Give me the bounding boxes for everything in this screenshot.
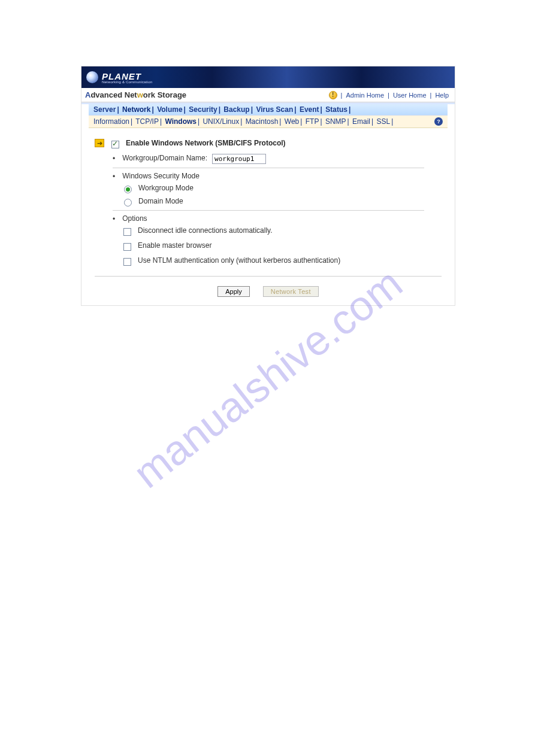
tab-server[interactable]: Server bbox=[93, 105, 116, 114]
subtab-mac[interactable]: Macintosh bbox=[246, 117, 279, 126]
link-user-home[interactable]: User Home bbox=[393, 92, 427, 99]
checkbox-disconnect-idle[interactable] bbox=[123, 228, 131, 236]
subtab-unix[interactable]: UNIX/Linux bbox=[202, 117, 239, 126]
app-window: PLANET Networking & Communication Advanc… bbox=[81, 66, 455, 306]
link-help[interactable]: Help bbox=[435, 92, 449, 99]
workgroup-input[interactable] bbox=[212, 154, 266, 164]
subtab-ssl[interactable]: SSL bbox=[377, 117, 391, 126]
subtab-tcpip[interactable]: TCP/IP bbox=[135, 117, 159, 126]
checkbox-enable-smb[interactable] bbox=[111, 141, 119, 148]
subtab-snmp[interactable]: SNMP bbox=[325, 117, 346, 126]
button-row: Apply Network Test bbox=[95, 286, 442, 297]
globe-icon bbox=[86, 71, 98, 83]
divider bbox=[113, 210, 424, 211]
enable-label: Enable Windows Network (SMB/CIFS Protoco… bbox=[126, 139, 286, 147]
help-icon[interactable]: ? bbox=[434, 117, 443, 126]
opt-master-label: Enable master browser bbox=[138, 241, 211, 250]
options-label: Options bbox=[122, 214, 147, 223]
apply-button[interactable]: Apply bbox=[217, 286, 250, 297]
tab-event[interactable]: Event bbox=[300, 105, 319, 114]
alert-icon[interactable]: ! bbox=[329, 91, 337, 99]
arrow-icon: ➔ bbox=[95, 139, 104, 147]
radio-domain-label: Domain Mode bbox=[138, 197, 183, 205]
tab-status[interactable]: Status bbox=[325, 105, 347, 114]
tabs-secondary: Information| TCP/IP| Windows| UNIX/Linux… bbox=[89, 116, 448, 128]
bullet-icon: • bbox=[113, 172, 117, 180]
subtab-windows[interactable]: Windows bbox=[165, 117, 197, 126]
opt-disconnect-label: Disconnect idle connections automaticall… bbox=[138, 226, 273, 235]
tab-security[interactable]: Security bbox=[189, 105, 217, 114]
security-mode-label: Windows Security Mode bbox=[122, 172, 200, 180]
bullet-icon: • bbox=[113, 154, 117, 162]
bullet-icon: • bbox=[113, 214, 117, 223]
subtab-information[interactable]: Information bbox=[93, 117, 129, 126]
tabs-primary: Server| Network| Volume| Security| Backu… bbox=[89, 104, 448, 116]
opt-ntlm-label: Use NTLM authentication only (without ke… bbox=[138, 256, 340, 265]
title-bar: Advanced Network Storage ! | Admin Home … bbox=[81, 88, 455, 102]
brand-header: PLANET Networking & Communication bbox=[81, 66, 455, 88]
radio-domain-mode[interactable] bbox=[124, 199, 132, 207]
checkbox-master-browser[interactable] bbox=[123, 243, 131, 251]
subtab-web[interactable]: Web bbox=[285, 117, 299, 126]
radio-workgroup-mode[interactable] bbox=[124, 186, 132, 193]
top-links: ! | Admin Home | User Home | Help bbox=[329, 91, 449, 99]
radio-workgroup-label: Workgroup Mode bbox=[138, 184, 194, 192]
tab-volume[interactable]: Volume bbox=[157, 105, 182, 114]
tab-virus[interactable]: Virus Scan bbox=[256, 105, 293, 114]
brand-logo: PLANET Networking & Communication bbox=[86, 71, 152, 84]
checkbox-ntlm-only[interactable] bbox=[123, 258, 131, 266]
divider bbox=[95, 276, 442, 277]
network-test-button: Network Test bbox=[263, 286, 319, 297]
workgroup-label: Workgroup/Domain Name: bbox=[122, 154, 207, 162]
main-panel: Server| Network| Volume| Security| Backu… bbox=[81, 104, 455, 305]
page-title: Advanced Network Storage bbox=[85, 90, 186, 99]
tab-network[interactable]: Network bbox=[122, 105, 150, 114]
brand-tagline: Networking & Communication bbox=[102, 80, 152, 84]
form-content: ➔ Enable Windows Network (SMB/CIFS Proto… bbox=[89, 128, 448, 305]
divider bbox=[113, 168, 424, 168]
tab-backup[interactable]: Backup bbox=[223, 105, 249, 114]
subtab-email[interactable]: Email bbox=[352, 117, 370, 126]
link-admin-home[interactable]: Admin Home bbox=[346, 92, 384, 99]
subtab-ftp[interactable]: FTP bbox=[306, 117, 319, 126]
